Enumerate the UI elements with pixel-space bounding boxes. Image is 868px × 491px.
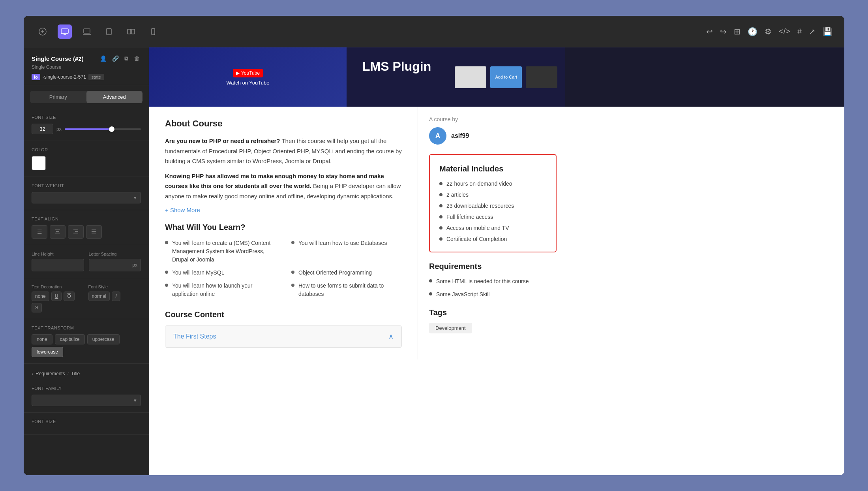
mobile-view-button[interactable]	[146, 24, 160, 39]
share-button[interactable]: ↗	[809, 27, 816, 36]
font-family-section: Font Family ▾	[24, 380, 149, 413]
accordion-chevron-icon: ∧	[388, 332, 394, 341]
canvas: ▶YouTube Watch on YouTube LMS Plugin Add	[149, 47, 844, 475]
course-by-text: A course by	[429, 116, 557, 122]
line-letter-row: Line Height Letter Spacing px	[32, 252, 141, 271]
tag-development[interactable]: Development	[429, 323, 472, 333]
material-includes-box: Material Includes 22 hours on-demand vid…	[429, 154, 557, 252]
course-intro: Are you new to PHP or need a refresher? …	[165, 136, 402, 166]
about-title: About Course	[165, 119, 402, 129]
color-swatch[interactable]	[32, 156, 46, 170]
material-bullet-5	[439, 226, 442, 230]
save-button[interactable]: 💾	[823, 27, 832, 36]
add-button[interactable]	[36, 24, 50, 39]
screenshot-1	[455, 66, 486, 88]
transform-lowercase-button[interactable]: lowercase	[32, 347, 63, 357]
color-row	[32, 156, 141, 170]
user-icon[interactable]: 👤	[98, 55, 108, 63]
desktop-view-button[interactable]	[58, 24, 72, 39]
learn-item-2: You will learn MySQL	[165, 269, 276, 277]
req-bullet-2	[429, 292, 432, 295]
font-size-slider[interactable]	[65, 128, 141, 130]
course-screenshots: Add to Cart	[447, 47, 565, 107]
font-size-unit: px	[56, 126, 62, 132]
show-more-button[interactable]: + Show More	[165, 207, 402, 213]
font-size-section: Font Size px	[24, 109, 149, 141]
delete-icon[interactable]: 🗑	[132, 55, 141, 63]
laptop-view-button[interactable]	[80, 24, 94, 39]
bullet-1	[165, 241, 168, 244]
video-thumbnail[interactable]: ▶YouTube Watch on YouTube	[149, 47, 347, 107]
tags-container: Development	[429, 323, 557, 333]
history-button[interactable]: 🕐	[748, 27, 757, 36]
toolbar: ↩ ↪ ⊞ 🕐 ⚙ </> # ↗ 💾	[24, 16, 844, 47]
align-center-button[interactable]	[50, 225, 66, 239]
deco-none-button[interactable]: none	[32, 292, 49, 301]
font-size-input[interactable]	[32, 124, 53, 134]
font-size-bottom-label: Font Size	[32, 419, 141, 424]
screenshot-3	[526, 66, 557, 88]
material-title: Material Includes	[439, 164, 546, 173]
copy-icon[interactable]: ⧉	[123, 55, 130, 63]
split-view-button[interactable]	[124, 24, 138, 39]
font-style-normal-button[interactable]: normal	[88, 292, 110, 301]
svg-rect-2	[84, 29, 90, 33]
tab-primary[interactable]: Primary	[30, 91, 86, 103]
color-section: Color	[24, 141, 149, 177]
youtube-logo: ▶YouTube	[233, 69, 263, 77]
learn-item-6: How to use forms to submit data to datab…	[291, 282, 402, 298]
deco-strikethrough-button[interactable]: S	[32, 303, 42, 312]
font-size-row: px	[32, 124, 141, 134]
font-weight-label: Font Weight	[32, 183, 141, 188]
font-weight-select[interactable]: ▾	[32, 192, 141, 203]
hashtag-button[interactable]: #	[797, 27, 802, 36]
transform-buttons: none capitalize uppercase lowercase	[32, 334, 141, 357]
settings-button[interactable]: ⚙	[765, 27, 772, 36]
letter-spacing-label: Letter Spacing	[89, 252, 141, 256]
font-style-italic-button[interactable]: I	[112, 292, 120, 301]
material-item-3: 23 downloadable resources	[439, 203, 546, 209]
align-right-button[interactable]	[68, 225, 84, 239]
material-list: 22 hours on-demand video 2 articles 23 d…	[439, 181, 546, 242]
transform-capitalize-button[interactable]: capitalize	[55, 334, 85, 344]
deco-overline-button[interactable]: O	[64, 292, 74, 301]
panel-header: Single Course (#2) 👤 🔗 ⧉ 🗑 Single Course…	[24, 47, 149, 85]
font-family-select[interactable]: ▾	[32, 395, 141, 406]
align-left-button[interactable]: ☰	[32, 225, 47, 239]
material-bullet-4	[439, 215, 442, 218]
material-bullet-1	[439, 182, 442, 185]
undo-button[interactable]: ↩	[706, 27, 713, 36]
breadcrumb-title: Title	[71, 371, 80, 376]
tags-title: Tags	[429, 308, 557, 317]
content-area: ▶YouTube Watch on YouTube LMS Plugin Add	[149, 47, 844, 475]
text-decoration-group: Text Decoration none U O S	[32, 284, 84, 312]
redo-button[interactable]: ↪	[720, 27, 727, 36]
font-style-buttons: normal I	[88, 292, 141, 301]
text-align-section: Text Align ☰	[24, 210, 149, 245]
author-name: asif99	[451, 132, 469, 139]
tab-advanced[interactable]: Advanced	[86, 91, 143, 103]
font-weight-chevron-icon: ▾	[134, 195, 137, 201]
learn-text-1: You will learn to create a (CMS) Content…	[172, 239, 276, 264]
breadcrumb-requirements[interactable]: Requirements	[36, 371, 65, 376]
accordion-header[interactable]: The First Steps ∧	[165, 326, 401, 347]
transform-none-button[interactable]: none	[32, 334, 52, 344]
font-family-chevron-icon: ▾	[134, 397, 137, 403]
letter-spacing-unit: px	[132, 262, 137, 268]
material-bullet-2	[439, 193, 442, 196]
state-badge: state	[88, 74, 104, 80]
line-height-input[interactable]	[32, 259, 84, 271]
req-text-2: Some JavaScript Skill	[436, 290, 489, 299]
align-justify-button[interactable]	[86, 225, 102, 239]
tablet-view-button[interactable]	[102, 24, 116, 39]
material-item-6: Certificate of Completion	[439, 236, 546, 242]
letter-spacing-input[interactable]: px	[89, 259, 141, 271]
req-bullet-1	[429, 279, 432, 282]
color-label: Color	[32, 147, 141, 152]
deco-underline-button[interactable]: U	[51, 292, 62, 301]
code-button[interactable]: </>	[779, 27, 790, 36]
grid-button[interactable]: ⊞	[734, 27, 741, 36]
material-item-5: Access on mobile and TV	[439, 225, 546, 231]
link-icon[interactable]: 🔗	[111, 55, 120, 63]
transform-uppercase-button[interactable]: uppercase	[87, 334, 120, 344]
